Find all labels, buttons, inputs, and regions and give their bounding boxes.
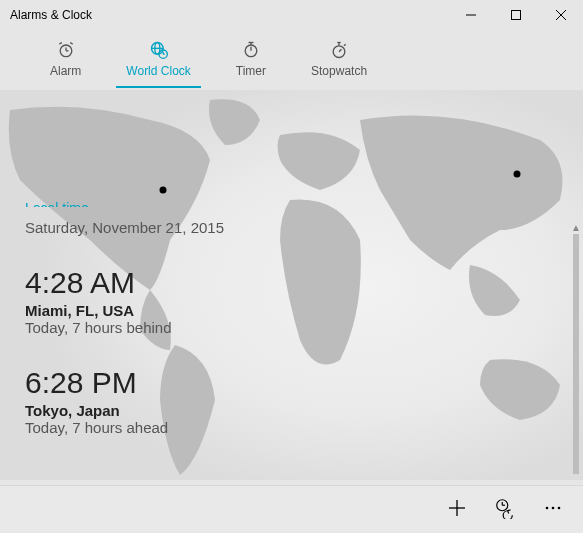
svg-line-8 <box>70 43 73 45</box>
more-button[interactable] <box>529 486 577 534</box>
stopwatch-icon <box>329 40 349 60</box>
add-clock-button[interactable] <box>433 486 481 534</box>
minimize-button[interactable] <box>448 0 493 30</box>
world-map[interactable]: Local time Saturday, November 21, 2015 4… <box>0 90 583 480</box>
svg-line-20 <box>339 49 342 52</box>
svg-line-23 <box>344 44 346 46</box>
timer-icon <box>241 40 261 60</box>
clock-entry[interactable]: 4:28 AM Miami, FL, USA Today, 7 hours be… <box>25 266 553 336</box>
titlebar: Alarms & Clock <box>0 0 583 30</box>
clock-location: Tokyo, Japan <box>25 402 553 419</box>
world-clock-icon <box>149 40 169 60</box>
scrollbar-thumb[interactable] <box>573 234 579 474</box>
tab-stopwatch[interactable]: Stopwatch <box>311 40 367 88</box>
convert-clock-icon <box>494 497 516 523</box>
clock-time: 4:28 AM <box>25 266 553 300</box>
clock-time: 6:28 PM <box>25 366 553 400</box>
map-pin-miami <box>160 187 167 194</box>
svg-line-7 <box>59 43 62 45</box>
window-controls <box>448 0 583 30</box>
command-bar <box>0 485 583 533</box>
window-title: Alarms & Clock <box>10 8 92 22</box>
map-pin-tokyo <box>514 171 521 178</box>
clock-location: Miami, FL, USA <box>25 302 553 319</box>
tab-bar: Alarm World Clock Timer Stopwatch <box>0 30 583 90</box>
local-time-label: Local time <box>25 200 553 207</box>
tab-label: Timer <box>236 64 266 78</box>
svg-point-33 <box>558 506 561 509</box>
tab-label: World Clock <box>126 64 190 78</box>
clock-list: Local time Saturday, November 21, 2015 4… <box>25 210 553 466</box>
local-time-date: Saturday, November 21, 2015 <box>25 219 553 236</box>
plus-icon <box>447 498 467 522</box>
compare-time-button[interactable] <box>481 486 529 534</box>
tab-world-clock[interactable]: World Clock <box>126 40 190 88</box>
clock-offset: Today, 7 hours ahead <box>25 419 553 436</box>
ellipsis-icon <box>544 499 562 521</box>
maximize-button[interactable] <box>493 0 538 30</box>
tab-timer[interactable]: Timer <box>236 40 266 88</box>
clock-offset: Today, 7 hours behind <box>25 319 553 336</box>
clock-entry[interactable]: 6:28 PM Tokyo, Japan Today, 7 hours ahea… <box>25 366 553 436</box>
svg-rect-1 <box>511 11 520 20</box>
svg-point-12 <box>159 50 167 58</box>
local-time-entry[interactable]: Local time Saturday, November 21, 2015 <box>25 210 553 236</box>
tab-label: Stopwatch <box>311 64 367 78</box>
svg-point-32 <box>552 506 555 509</box>
close-button[interactable] <box>538 0 583 30</box>
svg-point-31 <box>546 506 549 509</box>
scroll-up-arrow-icon[interactable]: ▲ <box>571 222 581 233</box>
alarm-icon <box>56 40 76 60</box>
tab-alarm[interactable]: Alarm <box>50 40 81 88</box>
tab-label: Alarm <box>50 64 81 78</box>
